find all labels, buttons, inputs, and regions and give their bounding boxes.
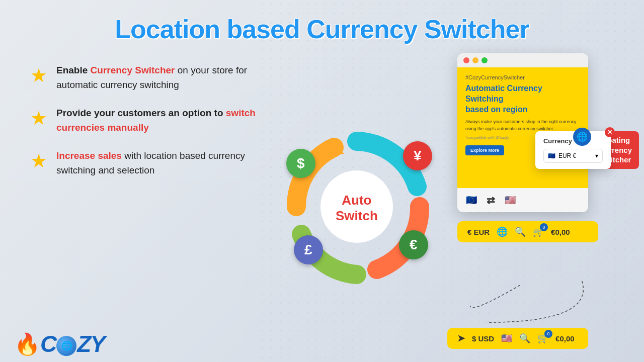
titlebar-dot-green[interactable] bbox=[481, 57, 488, 63]
feature-item-2: ★ Provide your customers an option to sw… bbox=[30, 106, 256, 135]
search-icon-usd: 🔍 bbox=[519, 333, 530, 344]
titlebar-dot-yellow[interactable] bbox=[472, 57, 478, 63]
wheel-panel: $ ¥ € £ Auto Switch bbox=[276, 53, 437, 360]
usd-price: €0,00 bbox=[555, 334, 575, 343]
star-icon-3: ★ bbox=[30, 150, 47, 172]
cozy-logo: 🔥 C🌐ZY bbox=[14, 332, 105, 356]
feature-3-highlight: Increase sales bbox=[56, 150, 122, 161]
arrow-right-icon: ➤ bbox=[457, 333, 465, 344]
titlebar-dot-red[interactable] bbox=[463, 57, 469, 63]
currency-wheel: $ ¥ € £ Auto Switch bbox=[276, 121, 437, 292]
eur-price: €0,00 bbox=[551, 228, 570, 236]
currency-selected-text: EUR € bbox=[558, 152, 576, 159]
feature-text-1: Enable Currency Switcher on your store f… bbox=[56, 63, 256, 92]
feature-1-highlight: Currency Switcher bbox=[91, 65, 175, 75]
us-flag-usd: 🇺🇸 bbox=[501, 333, 512, 344]
logo-text: C🌐ZY bbox=[40, 332, 105, 356]
globe-icon-eur: 🌐 bbox=[497, 226, 508, 237]
popup-close-button[interactable]: ✕ bbox=[605, 127, 615, 137]
search-icon-eur: 🔍 bbox=[515, 226, 526, 237]
logo-flame: 🔥 bbox=[14, 334, 40, 355]
logo-o-globe: 🌐 bbox=[56, 336, 76, 356]
banner-description: Always make your customers shop in the r… bbox=[465, 119, 580, 132]
browser-titlebar bbox=[457, 53, 588, 67]
feature-text-3: Increase sales with location based curre… bbox=[56, 149, 256, 177]
yen-bubble: ¥ bbox=[403, 141, 432, 170]
usd-currency-bar: ➤ $ USD 🇺🇸 🔍 🛒 0 €0,00 bbox=[447, 328, 588, 349]
eur-label: € EUR bbox=[467, 228, 490, 236]
explore-button[interactable]: Explore More bbox=[465, 145, 504, 155]
right-panel: #CozyCurrencySwitcher Automatic Currency… bbox=[437, 53, 644, 360]
feature-2-prefix: Provide your customers an option to bbox=[56, 108, 226, 118]
pound-bubble: £ bbox=[294, 235, 323, 264]
eu-flag-small: 🇪🇺 bbox=[548, 152, 555, 159]
feature-item-3: ★ Increase sales with location based cur… bbox=[30, 149, 256, 177]
browser-content: #CozyCurrencySwitcher Automatic Currency… bbox=[457, 67, 588, 188]
us-flag: 🇺🇸 bbox=[502, 192, 518, 208]
browser-bottom: 🇪🇺 ⇄ 🇺🇸 bbox=[457, 188, 588, 212]
feature-item-1: ★ Enable Currency Switcher on your store… bbox=[30, 63, 256, 92]
hashtag: #CozyCurrencySwitcher bbox=[465, 74, 580, 80]
main-title: Location based Currency Switcher bbox=[0, 0, 644, 53]
currency-select[interactable]: 🇪🇺 EUR € ▾ bbox=[543, 149, 603, 163]
globe-button[interactable]: 🌐 bbox=[573, 128, 591, 146]
feature-text-2: Provide your customers an option to swit… bbox=[56, 106, 256, 135]
usd-label: $ USD bbox=[472, 334, 494, 343]
feature-1-prefix: Enable bbox=[56, 65, 91, 75]
cart-usd[interactable]: 🛒 0 bbox=[537, 333, 548, 344]
dropdown-chevron: ▾ bbox=[595, 152, 598, 159]
star-icon-2: ★ bbox=[30, 107, 47, 129]
dollar-bubble: $ bbox=[286, 149, 315, 178]
euro-bubble: € bbox=[399, 230, 428, 259]
cart-badge-usd: 0 bbox=[544, 330, 552, 338]
star-icon-1: ★ bbox=[30, 64, 47, 86]
cart-badge-eur: 0 bbox=[540, 223, 548, 231]
features-panel: ★ Enable Currency Switcher on your store… bbox=[0, 53, 276, 360]
banner-title: Automatic Currency Switching based on re… bbox=[465, 83, 580, 115]
cart-eur[interactable]: 🛒 0 bbox=[533, 226, 544, 237]
exchange-arrows: ⇄ bbox=[487, 194, 495, 206]
eur-currency-bar: € EUR 🌐 🔍 🛒 0 €0,00 bbox=[457, 221, 598, 242]
auto-switch-label: Auto Switch bbox=[336, 193, 378, 224]
eu-flag: 🇪🇺 bbox=[463, 192, 479, 208]
